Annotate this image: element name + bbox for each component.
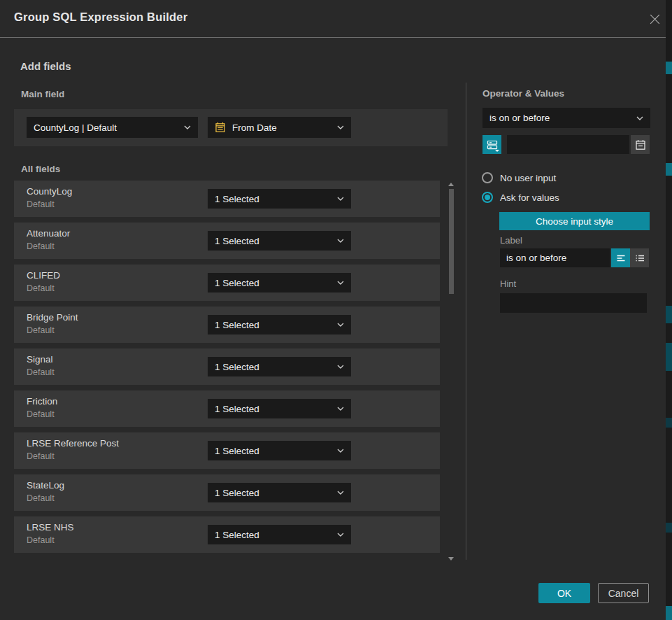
align-left-icon [615, 253, 627, 264]
main-field-select-value: From Date [232, 122, 277, 133]
chevron-down-icon [337, 365, 344, 369]
field-row: CountyLog Default 1 Selected [14, 181, 440, 217]
label-input[interactable] [500, 248, 610, 267]
field-values-select[interactable]: 1 Selected [208, 525, 351, 544]
chevron-down-icon [337, 533, 344, 537]
field-name: Attenuator [27, 228, 70, 239]
header-divider [0, 37, 672, 38]
choose-input-style-button[interactable]: Choose input style [499, 212, 650, 230]
field-row: Attenuator Default 1 Selected [14, 223, 440, 259]
field-values-select-value: 1 Selected [215, 362, 259, 372]
field-values-select[interactable]: 1 Selected [208, 273, 351, 293]
group-sql-expression-builder-dialog: Group SQL Expression Builder Add fields … [0, 0, 666, 620]
field-row: LRSE Reference Post Default 1 Selected [14, 432, 440, 469]
scrollbar-thumb[interactable] [449, 189, 454, 294]
main-field-panel: CountyLog | Default From Date [14, 109, 448, 146]
all-fields-label: All fields [21, 164, 60, 174]
chevron-down-icon [337, 239, 344, 243]
background-fragment [666, 306, 672, 323]
radio-circle-icon [482, 172, 493, 183]
field-values-select[interactable]: 1 Selected [208, 483, 351, 502]
chevron-down-icon [337, 449, 344, 453]
field-row: Signal Default 1 Selected [14, 348, 440, 385]
main-field-label: Main field [21, 89, 64, 99]
field-subtitle: Default [27, 535, 55, 545]
add-fields-heading: Add fields [20, 60, 71, 72]
background-fragment [666, 62, 672, 74]
field-row: CLIFED Default 1 Selected [14, 265, 440, 301]
scrollbar[interactable] [448, 181, 455, 563]
field-values-select[interactable]: 1 Selected [208, 357, 351, 376]
field-values-select[interactable]: 1 Selected [208, 189, 351, 209]
field-name: CountyLog [27, 186, 72, 197]
field-values-select-value: 1 Selected [215, 278, 259, 288]
field-name: LRSE Reference Post [27, 438, 119, 449]
field-name: Signal [27, 354, 53, 365]
scroll-down-arrow-icon[interactable] [448, 557, 454, 561]
radio-no-user-input-label: No user input [500, 173, 556, 183]
field-name: Bridge Point [27, 312, 78, 323]
field-subtitle: Default [27, 241, 55, 251]
chevron-down-icon [636, 116, 643, 120]
background-fragment [666, 606, 672, 620]
hint-input[interactable] [500, 293, 647, 313]
chevron-down-icon [337, 407, 344, 411]
value-date-input[interactable] [507, 135, 629, 154]
field-subtitle: Default [27, 283, 55, 293]
radio-no-user-input[interactable]: No user input [482, 171, 556, 184]
all-fields-list: CountyLog Default 1 Selected Attenuator … [14, 181, 440, 558]
chevron-down-icon [337, 281, 344, 285]
caret-down-icon [495, 150, 499, 152]
field-row: Bridge Point Default 1 Selected [14, 307, 440, 343]
cancel-button[interactable]: Cancel [598, 583, 649, 603]
field-values-select[interactable]: 1 Selected [208, 441, 351, 460]
close-button[interactable] [646, 10, 663, 27]
radio-circle-checked-icon [482, 192, 493, 203]
single-value-style-button[interactable] [611, 248, 630, 267]
field-values-select-value: 1 Selected [215, 320, 259, 330]
operator-values-label: Operator & Values [482, 88, 564, 99]
field-values-select-value: 1 Selected [215, 446, 259, 456]
hint-caption: Hint [500, 279, 516, 289]
bulleted-list-icon [634, 253, 645, 264]
field-subtitle: Default [27, 451, 55, 461]
calendar-icon [215, 122, 226, 133]
field-values-select[interactable]: 1 Selected [208, 231, 351, 251]
dialog-title: Group SQL Expression Builder [14, 10, 187, 24]
unique-values-button[interactable] [482, 135, 501, 154]
background-fragment [666, 163, 672, 176]
list-style-button[interactable] [630, 248, 649, 267]
field-name: CLIFED [27, 270, 60, 281]
unique-values-icon [486, 139, 499, 151]
field-row: Friction Default 1 Selected [14, 390, 440, 427]
chevron-down-icon [184, 125, 191, 129]
chevron-down-icon [337, 323, 344, 327]
scroll-up-arrow-icon[interactable] [448, 183, 454, 186]
field-values-select[interactable]: 1 Selected [208, 399, 351, 418]
field-row: StateLog Default 1 Selected [14, 474, 440, 511]
radio-ask-for-values[interactable]: Ask for values [482, 191, 559, 204]
background-fragment [666, 523, 672, 533]
main-field-select[interactable]: From Date [208, 117, 351, 138]
field-subtitle: Default [27, 199, 55, 209]
date-picker-button[interactable] [631, 135, 650, 154]
ok-button[interactable]: OK [538, 583, 590, 603]
field-subtitle: Default [27, 409, 55, 419]
field-subtitle: Default [27, 325, 55, 335]
field-values-select-value: 1 Selected [215, 488, 259, 498]
layer-select[interactable]: CountyLog | Default [27, 117, 198, 138]
background-fragment [666, 418, 672, 428]
screen: Group SQL Expression Builder Add fields … [0, 0, 672, 620]
operator-select-value: is on or before [489, 113, 550, 123]
label-caption: Label [500, 235, 522, 246]
field-values-select-value: 1 Selected [215, 530, 259, 540]
chevron-down-icon [337, 491, 344, 495]
field-row: LRSE NHS Default 1 Selected [14, 516, 440, 553]
close-icon [649, 13, 661, 25]
field-values-select[interactable]: 1 Selected [208, 315, 351, 334]
operator-select[interactable]: is on or before [482, 108, 650, 128]
field-values-select-value: 1 Selected [215, 236, 259, 246]
chevron-down-icon [337, 197, 344, 201]
field-values-select-value: 1 Selected [215, 404, 259, 414]
field-values-select-value: 1 Selected [215, 194, 259, 204]
